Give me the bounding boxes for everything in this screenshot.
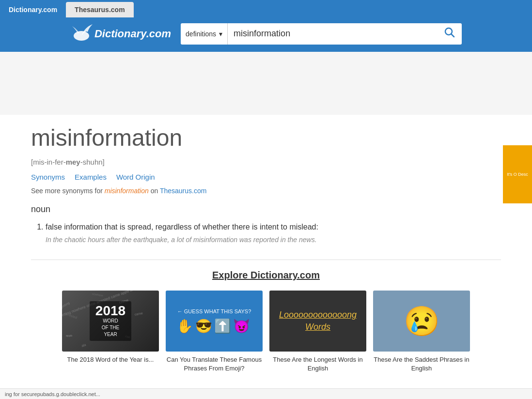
card-woty[interactable]: getting nowhere crime arrested came appb… xyxy=(62,291,159,373)
tab-thesaurus[interactable]: Thesaurus.com xyxy=(66,2,133,17)
synonyms-line: See more synonyms for misinformation on … xyxy=(31,187,501,195)
card-woty-year: 2018 xyxy=(95,304,125,318)
svg-text:came: came xyxy=(134,311,143,316)
search-bar: definitions ▾ xyxy=(181,23,462,45)
svg-text:arrested: arrested xyxy=(65,312,78,319)
header: Dictionary.com definitions ▾ xyxy=(0,17,532,52)
card-emoji-icons: ✋😎⬆️😈 xyxy=(176,318,252,334)
search-button[interactable] xyxy=(438,23,462,45)
word-links: Synonyms Examples Word Origin xyxy=(31,173,501,181)
card-long-words-text: LooooooooooooongWords xyxy=(279,309,357,333)
side-ad-text: It's O Desc xyxy=(507,172,528,177)
ad-banner xyxy=(0,52,532,115)
pronunciation: [mis-in-fer-mey-shuhn] xyxy=(31,158,501,166)
logo-area: Dictionary.com xyxy=(70,22,171,45)
svg-text:appb: appb xyxy=(66,334,73,337)
search-dropdown[interactable]: definitions ▾ xyxy=(181,23,228,45)
tab-dictionary[interactable]: Dictionary.com xyxy=(0,2,66,17)
card-woty-label: WORDOF THEYEAR xyxy=(95,318,125,338)
logo-icon xyxy=(70,22,93,45)
card-long-words-caption: These Are the Longest Words in English xyxy=(269,355,366,373)
pronunciation-bold: mey xyxy=(66,158,80,166)
part-of-speech: noun xyxy=(31,204,501,215)
examples-link[interactable]: Examples xyxy=(75,173,107,181)
tabs-bar: Dictionary.com Thesaurus.com xyxy=(0,0,532,17)
search-input[interactable] xyxy=(228,23,438,45)
definition-item: false information that is spread, regard… xyxy=(46,221,501,245)
card-sad-phrases[interactable]: 😢 These Are the Saddest Phrases in Engli… xyxy=(373,291,470,373)
chevron-down-icon: ▾ xyxy=(219,30,222,38)
svg-line-2 xyxy=(452,34,454,37)
svg-text:getting: getting xyxy=(62,301,70,309)
card-emoji[interactable]: ← GUESS WHAT THIS SAYS? ✋😎⬆️😈 Can You Tr… xyxy=(166,291,263,373)
svg-text:ala: ala xyxy=(81,343,86,348)
synonyms-word-link[interactable]: misinformation xyxy=(105,187,151,195)
svg-text:nowhere: nowhere xyxy=(92,292,104,297)
thesaurus-link[interactable]: Thesaurus.com xyxy=(160,187,206,195)
card-emoji-top: ← GUESS WHAT THIS SAYS? xyxy=(177,308,251,314)
cards-row: getting nowhere crime arrested came appb… xyxy=(31,291,501,373)
status-text: ing for securepubads.g.doubleclick.net..… xyxy=(5,391,100,393)
card-emoji-image: ← GUESS WHAT THIS SAYS? ✋😎⬆️😈 xyxy=(166,291,263,352)
card-sad-phrases-image: 😢 xyxy=(373,291,470,352)
search-icon xyxy=(444,27,455,40)
definition-list: false information that is spread, regard… xyxy=(31,221,501,245)
logo-text: Dictionary.com xyxy=(94,28,171,40)
content-divider xyxy=(31,260,501,260)
card-sad-emoji: 😢 xyxy=(404,304,440,338)
synonyms-link[interactable]: Synonyms xyxy=(31,173,65,181)
word-origin-link[interactable]: Word Origin xyxy=(116,173,155,181)
card-woty-caption: The 2018 Word of the Year is... xyxy=(62,355,159,364)
example-sentence: In the chaotic hours after the earthquak… xyxy=(46,235,501,245)
card-woty-image: getting nowhere crime arrested came appb… xyxy=(62,291,159,352)
definition-text: false information that is spread, regard… xyxy=(46,223,318,231)
card-emoji-caption: Can You Translate These Famous Phrases F… xyxy=(166,355,263,373)
status-bar: ing for securepubads.g.doubleclick.net..… xyxy=(0,388,532,392)
word-title: misinformation xyxy=(31,124,501,151)
card-long-words[interactable]: LooooooooooooongWords These Are the Long… xyxy=(269,291,366,373)
card-long-words-image: LooooooooooooongWords xyxy=(269,291,366,352)
card-woty-badge: 2018 WORDOF THEYEAR xyxy=(90,301,131,341)
card-sad-phrases-caption: These Are the Saddest Phrases in English xyxy=(373,355,470,373)
side-ad-strip: It's O Desc xyxy=(503,145,532,203)
explore-title[interactable]: Explore Dictionary.com xyxy=(31,270,501,281)
main-content: misinformation [mis-in-fer-mey-shuhn] Sy… xyxy=(12,115,520,392)
